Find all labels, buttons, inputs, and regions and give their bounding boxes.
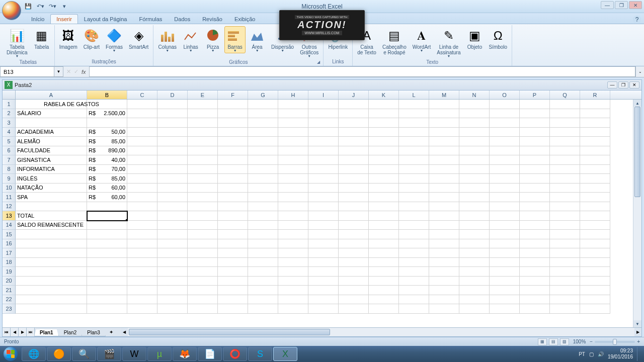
cell-N4[interactable]	[459, 128, 490, 137]
cell-B23[interactable]	[87, 304, 127, 314]
cell-G17[interactable]	[248, 248, 278, 258]
cell-D17[interactable]	[157, 248, 188, 258]
cell-J15[interactable]	[339, 230, 369, 239]
cell-A21[interactable]	[16, 286, 87, 295]
maximize-button[interactable]: ❐	[615, 1, 628, 9]
cell-I7[interactable]	[308, 155, 339, 165]
cell-R21[interactable]	[580, 286, 610, 295]
cell-E23[interactable]	[188, 304, 218, 314]
cell-R20[interactable]	[580, 277, 610, 286]
cell-F18[interactable]	[218, 258, 248, 267]
cell-M3[interactable]	[429, 118, 459, 128]
cell-O16[interactable]	[490, 239, 520, 249]
ribbon-btn-pizza[interactable]: Pizza▼	[202, 26, 223, 53]
cell-N19[interactable]	[459, 267, 490, 277]
system-tray[interactable]: PT ▢ 🔊 09:23 19/01/2016	[579, 347, 644, 361]
cell-Q7[interactable]	[550, 155, 580, 165]
cell-B7[interactable]: R$40,00	[87, 155, 127, 165]
cell-L23[interactable]	[399, 304, 429, 314]
cell-F13[interactable]	[218, 211, 248, 221]
sheet-last-icon[interactable]: ⏭	[27, 328, 35, 336]
cell-D5[interactable]	[157, 137, 188, 146]
cell-J10[interactable]	[339, 184, 369, 193]
ribbon-btn-imagem[interactable]: 🖼Imagem	[57, 26, 80, 51]
cell-O9[interactable]	[490, 174, 520, 184]
cell-G11[interactable]	[248, 193, 278, 202]
cell-K16[interactable]	[369, 239, 399, 249]
cell-I16[interactable]	[308, 239, 339, 249]
cell-A7[interactable]: GISNASTICA	[16, 155, 87, 165]
cell-N7[interactable]	[459, 155, 490, 165]
cell-B19[interactable]	[87, 267, 127, 277]
cell-E4[interactable]	[188, 128, 218, 137]
cell-H10[interactable]	[278, 184, 308, 193]
cell-L10[interactable]	[399, 184, 429, 193]
cell-D13[interactable]	[157, 211, 188, 221]
cell-R10[interactable]	[580, 184, 610, 193]
cell-R1[interactable]	[580, 100, 610, 109]
cell-N6[interactable]	[459, 146, 490, 156]
cell-L16[interactable]	[399, 239, 429, 249]
pdf-reader-icon[interactable]: 📄	[198, 347, 222, 361]
cell-Q17[interactable]	[550, 248, 580, 258]
cell-I15[interactable]	[308, 230, 339, 239]
cancel-formula-icon[interactable]: ✕	[66, 68, 71, 75]
cell-R13[interactable]	[580, 211, 610, 221]
cell-J2[interactable]	[339, 109, 369, 119]
cell-A5[interactable]: ALEMÃO	[16, 137, 87, 146]
cell-H16[interactable]	[278, 239, 308, 249]
cell-C13[interactable]	[127, 211, 157, 221]
cell-D4[interactable]	[157, 128, 188, 137]
cell-E22[interactable]	[188, 295, 218, 305]
cell-F3[interactable]	[218, 118, 248, 128]
cell-O4[interactable]	[490, 128, 520, 137]
cell-H1[interactable]	[278, 100, 308, 109]
sheet-tab-plan3[interactable]: Plan3	[82, 329, 106, 336]
cell-C19[interactable]	[127, 267, 157, 277]
row-header-11[interactable]: 11	[3, 193, 16, 202]
cell-A16[interactable]	[16, 239, 87, 249]
ribbon-btn-clip-art[interactable]: 🎨Clip-art	[81, 26, 102, 51]
row-header-20[interactable]: 20	[3, 277, 16, 286]
sheet-prev-icon[interactable]: ◀	[11, 328, 19, 336]
cell-M19[interactable]	[429, 267, 459, 277]
cell-F11[interactable]	[218, 193, 248, 202]
wb-minimize-button[interactable]: —	[607, 81, 617, 88]
cell-F23[interactable]	[218, 304, 248, 314]
ribbon-btn-linhas[interactable]: Linhas▼	[180, 26, 201, 53]
scroll-right-icon[interactable]: ▶	[634, 328, 641, 336]
cell-E11[interactable]	[188, 193, 218, 202]
cell-P21[interactable]	[520, 286, 550, 295]
row-header-21[interactable]: 21	[3, 286, 16, 295]
cell-E20[interactable]	[188, 277, 218, 286]
cell-G14[interactable]	[248, 221, 278, 230]
cell-K1[interactable]	[369, 100, 399, 109]
col-header-F[interactable]: F	[218, 90, 248, 99]
cell-A19[interactable]	[16, 267, 87, 277]
cell-K9[interactable]	[369, 174, 399, 184]
cell-C3[interactable]	[127, 118, 157, 128]
cell-N16[interactable]	[459, 239, 490, 249]
cell-K4[interactable]	[369, 128, 399, 137]
row-header-7[interactable]: 7	[3, 155, 16, 165]
cell-L20[interactable]	[399, 277, 429, 286]
cell-D23[interactable]	[157, 304, 188, 314]
ie-icon[interactable]: 🌐	[22, 347, 46, 361]
cell-G5[interactable]	[248, 137, 278, 146]
cell-N1[interactable]	[459, 100, 490, 109]
vertical-scrollbar[interactable]: ▲ ▼	[633, 100, 641, 327]
cell-P18[interactable]	[520, 258, 550, 267]
normal-view-icon[interactable]: ▦	[538, 338, 547, 345]
cell-O7[interactable]	[490, 155, 520, 165]
cell-E1[interactable]	[188, 100, 218, 109]
cell-H14[interactable]	[278, 221, 308, 230]
cell-E3[interactable]	[188, 118, 218, 128]
cell-D20[interactable]	[157, 277, 188, 286]
cell-M2[interactable]	[429, 109, 459, 119]
cell-C23[interactable]	[127, 304, 157, 314]
cell-B10[interactable]: R$60,00	[87, 184, 127, 193]
cell-I23[interactable]	[308, 304, 339, 314]
col-header-O[interactable]: O	[490, 90, 520, 99]
cell-R15[interactable]	[580, 230, 610, 239]
cell-L14[interactable]	[399, 221, 429, 230]
